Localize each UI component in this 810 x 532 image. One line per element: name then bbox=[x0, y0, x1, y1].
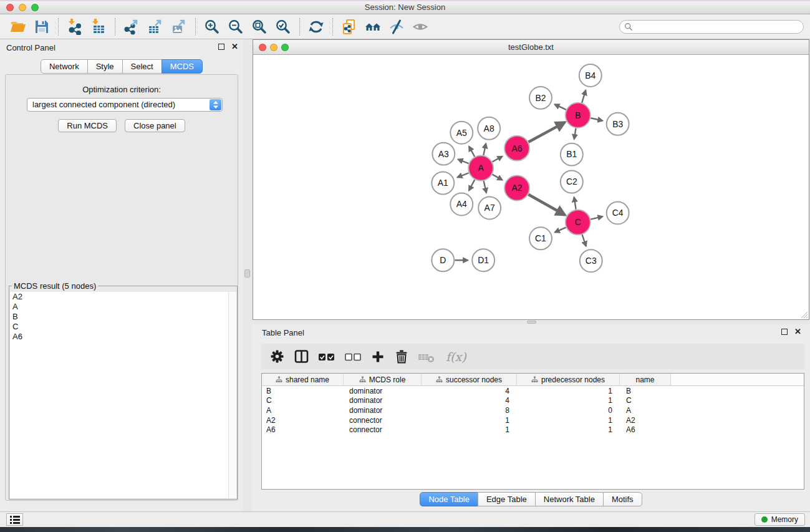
memory-button[interactable]: Memory bbox=[755, 513, 805, 526]
graph-node-A8[interactable]: A8 bbox=[478, 117, 500, 140]
graph-edge-C-C3[interactable] bbox=[582, 235, 586, 246]
close-network-button[interactable] bbox=[259, 44, 266, 51]
graph-node-A3[interactable]: A3 bbox=[432, 143, 455, 165]
graph-node-A2[interactable]: A2 bbox=[504, 176, 529, 201]
column-header-shared-name[interactable]: shared name bbox=[262, 374, 344, 385]
graph-node-A7[interactable]: A7 bbox=[478, 196, 501, 219]
graph-node-A5[interactable]: A5 bbox=[450, 122, 473, 144]
tab-edge-table[interactable]: Edge Table bbox=[478, 492, 536, 506]
close-panel-icon[interactable]: ✕ bbox=[231, 44, 238, 50]
graph-canvas[interactable]: B4B2BB3B1A5A8A6A3AA1A2C2A4A7C4CC1C3DD1 bbox=[253, 56, 809, 319]
select-all-icon[interactable] bbox=[317, 349, 336, 365]
tab-network[interactable]: Network bbox=[41, 59, 88, 74]
graph-node-C1[interactable]: C1 bbox=[529, 227, 552, 249]
tab-mcds[interactable]: MCDS bbox=[162, 59, 203, 74]
cell-mcds-role[interactable]: dominator bbox=[344, 396, 422, 405]
cell-name[interactable]: A6 bbox=[620, 425, 671, 434]
cell-name[interactable]: B bbox=[620, 387, 671, 395]
close-window-button[interactable] bbox=[6, 4, 14, 11]
cell-shared-name[interactable]: B bbox=[262, 387, 344, 395]
table-row[interactable]: C dominator 4 1 C bbox=[262, 396, 804, 406]
import-network-icon[interactable] bbox=[67, 19, 83, 35]
graph-node-A1[interactable]: A1 bbox=[432, 172, 454, 195]
export-network-icon[interactable] bbox=[123, 19, 140, 35]
graph-edge-A-A5[interactable] bbox=[469, 147, 475, 157]
zoom-network-button[interactable] bbox=[281, 44, 289, 51]
cell-mcds-role[interactable]: connector bbox=[344, 416, 422, 425]
graph-edge-A-A7[interactable] bbox=[484, 181, 486, 193]
cell-shared-name[interactable]: A6 bbox=[262, 425, 344, 434]
graph-node-B2[interactable]: B2 bbox=[529, 87, 552, 109]
splitter-handle[interactable] bbox=[527, 321, 536, 324]
mcds-result-item[interactable]: A6 bbox=[10, 332, 236, 342]
table-row[interactable]: B dominator 4 1 B bbox=[262, 386, 804, 396]
graph-node-A[interactable]: A bbox=[468, 156, 493, 181]
graph-node-B[interactable]: B bbox=[566, 103, 591, 128]
horizontal-splitter[interactable] bbox=[252, 320, 810, 324]
minimize-window-button[interactable] bbox=[19, 4, 26, 11]
column-header-successor-nodes[interactable]: successor nodes bbox=[422, 374, 517, 385]
import-table-icon[interactable] bbox=[90, 19, 107, 35]
graph-edge-A-A4[interactable] bbox=[469, 180, 475, 190]
cell-mcds-role[interactable]: dominator bbox=[344, 406, 422, 415]
delete-icon[interactable] bbox=[393, 349, 410, 365]
open-session-icon[interactable] bbox=[10, 19, 26, 35]
mcds-result-item[interactable]: C bbox=[10, 322, 236, 332]
graph-edge-C-C2[interactable] bbox=[574, 197, 576, 209]
graph-edge-C-C1[interactable] bbox=[555, 228, 566, 233]
unselect-all-icon[interactable] bbox=[344, 349, 362, 365]
graph-node-C2[interactable]: C2 bbox=[561, 171, 583, 193]
cell-shared-name[interactable]: A bbox=[262, 406, 344, 415]
hometown-icon[interactable] bbox=[365, 19, 381, 35]
graph-node-C3[interactable]: C3 bbox=[580, 249, 602, 272]
table-row[interactable]: A dominator 8 0 A bbox=[262, 405, 804, 415]
graph-node-B4[interactable]: B4 bbox=[579, 64, 602, 87]
task-history-button[interactable] bbox=[6, 513, 23, 526]
gear-icon[interactable] bbox=[269, 348, 286, 365]
column-header-predecessor-nodes[interactable]: predecessor nodes bbox=[517, 374, 620, 385]
graph-node-D1[interactable]: D1 bbox=[472, 249, 494, 271]
graph-node-B3[interactable]: B3 bbox=[607, 113, 629, 135]
add-column-icon[interactable] bbox=[370, 349, 386, 365]
table-row[interactable]: A2 connector 1 1 A2 bbox=[262, 415, 804, 425]
tab-select[interactable]: Select bbox=[122, 59, 162, 74]
cell-predecessor-nodes[interactable]: 1 bbox=[517, 416, 620, 425]
cell-name[interactable]: A2 bbox=[620, 416, 671, 425]
zoom-fit-icon[interactable] bbox=[251, 19, 268, 35]
cell-predecessor-nodes[interactable]: 1 bbox=[517, 425, 620, 434]
zoom-window-button[interactable] bbox=[31, 4, 39, 11]
graph-node-A4[interactable]: A4 bbox=[450, 193, 473, 215]
graph-edge-A-A2[interactable] bbox=[493, 175, 503, 180]
tab-node-table[interactable]: Node Table bbox=[420, 492, 478, 506]
mcds-result-item[interactable]: B bbox=[10, 312, 236, 322]
tab-network-table[interactable]: Network Table bbox=[535, 492, 604, 506]
export-table-icon[interactable] bbox=[147, 19, 163, 35]
export-image-icon[interactable] bbox=[171, 19, 187, 35]
scrollbar-track[interactable] bbox=[228, 292, 236, 498]
tab-style[interactable]: Style bbox=[87, 59, 123, 74]
zoom-out-icon[interactable] bbox=[228, 19, 244, 35]
vertical-splitter[interactable] bbox=[243, 39, 252, 511]
clone-network-icon[interactable] bbox=[341, 19, 357, 35]
cell-mcds-role[interactable]: dominator bbox=[344, 387, 422, 395]
cell-successor-nodes[interactable]: 4 bbox=[422, 387, 517, 395]
graph-edge-B-B3[interactable] bbox=[591, 118, 602, 120]
minimize-network-button[interactable] bbox=[270, 44, 277, 51]
close-panel-icon[interactable]: ✕ bbox=[794, 329, 801, 335]
graph-edge-B-B4[interactable] bbox=[582, 90, 586, 103]
cell-predecessor-nodes[interactable]: 1 bbox=[517, 387, 620, 395]
run-mcds-button[interactable]: Run MCDS bbox=[58, 119, 117, 132]
graph-edge-A-A6[interactable] bbox=[493, 157, 503, 162]
mcds-result-item[interactable]: A2 bbox=[10, 292, 236, 302]
refresh-layout-icon[interactable] bbox=[308, 19, 324, 35]
graph-edge-A2-C[interactable] bbox=[528, 195, 565, 215]
cell-name[interactable]: A bbox=[620, 406, 671, 415]
column-icon[interactable] bbox=[293, 348, 310, 365]
cell-successor-nodes[interactable]: 4 bbox=[422, 396, 517, 405]
graph-node-C[interactable]: C bbox=[566, 210, 591, 235]
search-input[interactable] bbox=[619, 20, 804, 34]
save-session-icon[interactable] bbox=[34, 19, 50, 35]
cell-shared-name[interactable]: C bbox=[262, 396, 344, 405]
mcds-result-item[interactable]: A bbox=[10, 302, 236, 312]
graph-node-C4[interactable]: C4 bbox=[607, 201, 629, 224]
